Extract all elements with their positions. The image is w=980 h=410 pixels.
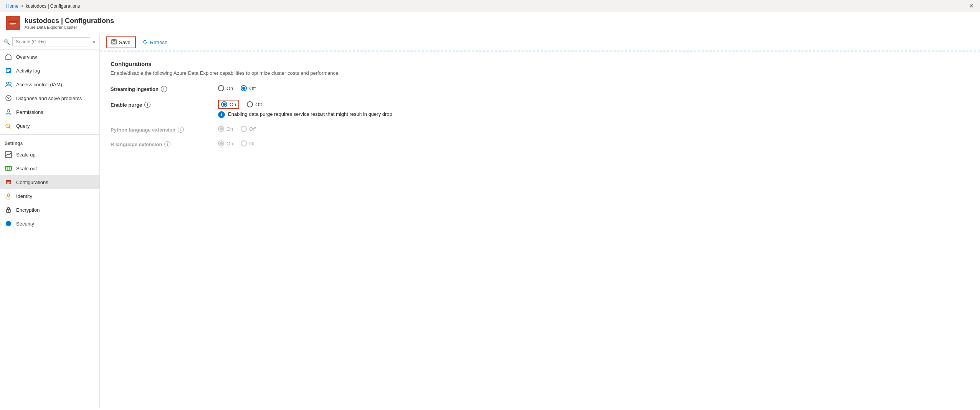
identity-icon xyxy=(5,192,12,200)
streaming-ingestion-info-icon[interactable]: i xyxy=(161,86,167,92)
scale-up-icon xyxy=(5,151,12,158)
sidebar-item-identity[interactable]: Identity xyxy=(0,189,99,203)
refresh-button[interactable]: Refresh xyxy=(137,37,173,48)
sidebar: 🔍 « Overview Activity log xyxy=(0,34,100,408)
sidebar-item-scale-out[interactable]: Scale out xyxy=(0,161,99,175)
main-layout: 🔍 « Overview Activity log xyxy=(0,34,980,408)
sidebar-item-diagnose[interactable]: Diagnose and solve problems xyxy=(0,91,99,105)
activity-log-icon xyxy=(5,67,12,74)
enable-purge-info-icon[interactable]: i xyxy=(144,102,150,108)
sidebar-item-activity-log-label: Activity log xyxy=(16,68,40,74)
close-button[interactable]: ✕ xyxy=(969,2,974,10)
top-bar: Home > kustodocs | Configurations ✕ xyxy=(0,0,980,12)
svg-point-32 xyxy=(6,221,11,226)
python-extension-radio-group: On Off xyxy=(218,126,256,132)
r-extension-off-radio xyxy=(241,140,247,147)
sidebar-item-configurations-label: Configurations xyxy=(16,179,48,185)
settings-section-label: Settings xyxy=(0,136,99,148)
streaming-ingestion-row: Streaming ingestion i On Off xyxy=(111,85,969,92)
purge-note-text: Enabling data purge requires service res… xyxy=(228,111,392,117)
svg-marker-36 xyxy=(145,40,146,41)
sidebar-item-scale-out-label: Scale out xyxy=(16,166,37,171)
enable-purge-row: Enable purge i On Off xyxy=(111,100,969,118)
svg-rect-34 xyxy=(112,40,116,41)
security-icon xyxy=(5,220,12,227)
svg-rect-25 xyxy=(6,180,11,181)
page-icon xyxy=(6,16,20,30)
svg-rect-5 xyxy=(10,25,15,25)
streaming-ingestion-off[interactable]: Off xyxy=(241,85,256,91)
search-input[interactable] xyxy=(12,37,90,46)
svg-rect-2 xyxy=(11,19,12,21)
enable-purge-off[interactable]: Off xyxy=(247,101,262,107)
python-extension-off-radio xyxy=(241,126,247,132)
diagnose-icon xyxy=(5,94,12,102)
page-header: kustodocs | Configurations Azure Data Ex… xyxy=(0,12,980,34)
r-extension-info-icon[interactable]: i xyxy=(164,141,170,147)
python-extension-row: Python language extension i On Off xyxy=(111,126,969,133)
svg-point-31 xyxy=(8,211,9,212)
sidebar-item-diagnose-label: Diagnose and solve problems xyxy=(16,96,82,101)
breadcrumb-home[interactable]: Home xyxy=(6,3,18,9)
refresh-label: Refresh xyxy=(150,40,168,45)
enable-purge-row-inner: Enable purge i On Off xyxy=(111,100,262,109)
svg-point-12 xyxy=(9,82,11,84)
search-icon: 🔍 xyxy=(4,39,10,45)
config-desc: Enable/disable the following Azure Data … xyxy=(111,70,969,76)
python-extension-label: Python language extension i xyxy=(111,126,218,133)
settings-divider xyxy=(0,134,99,135)
sidebar-item-query[interactable]: Query xyxy=(0,119,99,133)
sidebar-item-configurations[interactable]: Configurations xyxy=(0,175,99,189)
scale-out-icon xyxy=(5,165,12,172)
sidebar-item-access-control[interactable]: Access control (IAM) xyxy=(0,77,99,91)
svg-rect-3 xyxy=(14,19,15,21)
streaming-ingestion-on-radio[interactable] xyxy=(218,85,224,91)
python-extension-on: On xyxy=(218,126,233,132)
sidebar-nav: Overview Activity log Access control (IA… xyxy=(0,50,99,408)
sidebar-item-query-label: Query xyxy=(16,123,30,129)
sidebar-item-encryption[interactable]: Encryption xyxy=(0,203,99,217)
r-extension-off: Off xyxy=(241,140,256,147)
enable-purge-label: Enable purge i xyxy=(111,101,218,108)
r-extension-radio-group: On Off xyxy=(218,140,256,147)
enable-purge-on[interactable]: On xyxy=(221,101,236,107)
sidebar-item-activity-log[interactable]: Activity log xyxy=(0,64,99,77)
enable-purge-on-radio[interactable] xyxy=(221,101,227,107)
svg-point-11 xyxy=(7,82,9,84)
breadcrumb-current: kustodocs | Configurations xyxy=(26,3,80,9)
refresh-icon xyxy=(142,39,148,46)
sidebar-item-security[interactable]: Security xyxy=(0,217,99,231)
content-body: Configurations Enable/disable the follow… xyxy=(100,51,980,164)
python-extension-on-radio xyxy=(218,126,224,132)
breadcrumb-separator: > xyxy=(21,3,23,9)
svg-rect-35 xyxy=(113,42,115,44)
r-extension-on: On xyxy=(218,140,233,147)
svg-rect-10 xyxy=(7,71,9,72)
r-extension-row: R language extension i On Off xyxy=(111,140,969,147)
save-label: Save xyxy=(119,40,131,45)
sidebar-item-identity-label: Identity xyxy=(16,193,32,199)
enable-purge-on-highlight: On xyxy=(218,100,239,109)
svg-rect-1 xyxy=(8,21,18,22)
sidebar-item-overview-label: Overview xyxy=(16,54,37,60)
streaming-ingestion-on[interactable]: On xyxy=(218,85,233,91)
collapse-sidebar-button[interactable]: « xyxy=(93,39,96,45)
svg-point-14 xyxy=(8,100,9,100)
streaming-ingestion-off-radio[interactable] xyxy=(241,85,247,91)
enable-purge-off-radio[interactable] xyxy=(247,101,253,107)
toolbar: Save Refresh xyxy=(100,34,980,51)
sidebar-item-access-control-label: Access control (IAM) xyxy=(16,82,62,87)
sidebar-item-scale-up-label: Scale up xyxy=(16,152,36,158)
python-extension-info-icon[interactable]: i xyxy=(178,127,184,133)
sidebar-item-scale-up[interactable]: Scale up xyxy=(0,148,99,161)
sidebar-item-permissions[interactable]: Permissions xyxy=(0,105,99,119)
streaming-ingestion-radio-group: On Off xyxy=(218,85,256,91)
purge-note-icon: i xyxy=(218,111,225,118)
query-icon xyxy=(5,122,12,130)
save-icon xyxy=(111,39,117,46)
sidebar-item-overview[interactable]: Overview xyxy=(0,50,99,64)
encryption-icon xyxy=(5,206,12,214)
svg-rect-18 xyxy=(7,125,8,126)
breadcrumb: Home > kustodocs | Configurations xyxy=(6,3,80,9)
save-button[interactable]: Save xyxy=(106,36,136,48)
